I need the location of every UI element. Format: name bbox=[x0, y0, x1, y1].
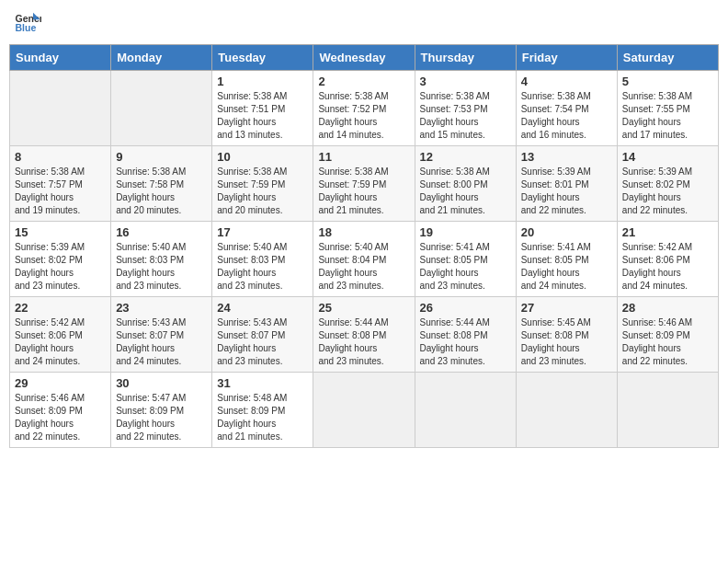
calendar-week-row: 8 Sunrise: 5:38 AMSunset: 7:57 PMDayligh… bbox=[10, 146, 719, 222]
day-number: 8 bbox=[15, 150, 106, 164]
weekday-header-wednesday: Wednesday bbox=[313, 45, 415, 71]
day-number: 1 bbox=[217, 75, 308, 88]
day-info: Sunrise: 5:42 AMSunset: 8:06 PMDaylight … bbox=[622, 241, 713, 293]
calendar-cell: 16 Sunrise: 5:40 AMSunset: 8:03 PMDaylig… bbox=[111, 222, 212, 297]
day-info: Sunrise: 5:46 AMSunset: 8:09 PMDaylight … bbox=[622, 316, 713, 368]
day-number: 22 bbox=[15, 301, 106, 315]
day-number: 9 bbox=[116, 150, 207, 164]
day-number: 11 bbox=[318, 150, 409, 164]
day-number: 25 bbox=[318, 301, 409, 315]
day-number: 3 bbox=[420, 75, 511, 88]
day-info: Sunrise: 5:46 AMSunset: 8:09 PMDaylight … bbox=[15, 392, 106, 443]
day-number: 23 bbox=[116, 301, 207, 315]
day-info: Sunrise: 5:44 AMSunset: 8:08 PMDaylight … bbox=[318, 316, 409, 368]
day-info: Sunrise: 5:38 AMSunset: 7:55 PMDaylight … bbox=[622, 90, 713, 142]
calendar-cell: 9 Sunrise: 5:38 AMSunset: 7:58 PMDayligh… bbox=[111, 146, 212, 222]
calendar-cell: 25 Sunrise: 5:44 AMSunset: 8:08 PMDaylig… bbox=[313, 297, 415, 373]
day-info: Sunrise: 5:40 AMSunset: 8:03 PMDaylight … bbox=[116, 241, 207, 293]
day-number: 17 bbox=[217, 225, 308, 239]
calendar-cell: 2 Sunrise: 5:38 AMSunset: 7:52 PMDayligh… bbox=[313, 71, 415, 146]
day-number: 31 bbox=[217, 376, 308, 390]
calendar-cell bbox=[10, 71, 111, 146]
svg-text:Blue: Blue bbox=[16, 22, 37, 33]
calendar-cell bbox=[111, 71, 212, 146]
calendar-cell bbox=[415, 373, 516, 448]
day-number: 28 bbox=[622, 301, 713, 315]
calendar-table: SundayMondayTuesdayWednesdayThursdayFrid… bbox=[9, 44, 719, 448]
day-info: Sunrise: 5:40 AMSunset: 8:04 PMDaylight … bbox=[318, 241, 409, 293]
weekday-header-saturday: Saturday bbox=[617, 45, 718, 71]
day-number: 12 bbox=[420, 150, 511, 164]
day-info: Sunrise: 5:41 AMSunset: 8:05 PMDaylight … bbox=[521, 241, 612, 293]
day-number: 29 bbox=[15, 376, 106, 390]
day-info: Sunrise: 5:43 AMSunset: 8:07 PMDaylight … bbox=[217, 316, 308, 368]
logo-icon: General Blue bbox=[14, 9, 41, 37]
calendar-cell bbox=[516, 373, 617, 448]
calendar-cell: 19 Sunrise: 5:41 AMSunset: 8:05 PMDaylig… bbox=[415, 222, 516, 297]
day-info: Sunrise: 5:41 AMSunset: 8:05 PMDaylight … bbox=[420, 241, 511, 293]
day-info: Sunrise: 5:38 AMSunset: 7:57 PMDaylight … bbox=[15, 166, 106, 217]
calendar-cell bbox=[617, 373, 718, 448]
weekday-header-sunday: Sunday bbox=[10, 45, 111, 71]
calendar-cell: 10 Sunrise: 5:38 AMSunset: 7:59 PMDaylig… bbox=[212, 146, 313, 222]
calendar-cell: 24 Sunrise: 5:43 AMSunset: 8:07 PMDaylig… bbox=[212, 297, 313, 373]
day-number: 16 bbox=[116, 225, 207, 239]
day-info: Sunrise: 5:40 AMSunset: 8:03 PMDaylight … bbox=[217, 241, 308, 293]
day-number: 5 bbox=[622, 75, 713, 88]
calendar-cell bbox=[313, 373, 415, 448]
day-number: 19 bbox=[420, 225, 511, 239]
calendar-cell: 18 Sunrise: 5:40 AMSunset: 8:04 PMDaylig… bbox=[313, 222, 415, 297]
calendar-cell: 13 Sunrise: 5:39 AMSunset: 8:01 PMDaylig… bbox=[516, 146, 617, 222]
day-info: Sunrise: 5:43 AMSunset: 8:07 PMDaylight … bbox=[116, 316, 207, 368]
day-number: 26 bbox=[420, 301, 511, 315]
weekday-header-row: SundayMondayTuesdayWednesdayThursdayFrid… bbox=[10, 45, 719, 71]
day-info: Sunrise: 5:42 AMSunset: 8:06 PMDaylight … bbox=[15, 316, 106, 368]
weekday-header-tuesday: Tuesday bbox=[212, 45, 313, 71]
calendar-week-row: 1 Sunrise: 5:38 AMSunset: 7:51 PMDayligh… bbox=[10, 71, 719, 146]
day-info: Sunrise: 5:38 AMSunset: 8:00 PMDaylight … bbox=[420, 166, 511, 217]
calendar-week-row: 15 Sunrise: 5:39 AMSunset: 8:02 PMDaylig… bbox=[10, 222, 719, 297]
day-info: Sunrise: 5:45 AMSunset: 8:08 PMDaylight … bbox=[521, 316, 612, 368]
calendar-cell: 26 Sunrise: 5:44 AMSunset: 8:08 PMDaylig… bbox=[415, 297, 516, 373]
calendar-cell: 3 Sunrise: 5:38 AMSunset: 7:53 PMDayligh… bbox=[415, 71, 516, 146]
calendar-cell: 23 Sunrise: 5:43 AMSunset: 8:07 PMDaylig… bbox=[111, 297, 212, 373]
calendar-cell: 29 Sunrise: 5:46 AMSunset: 8:09 PMDaylig… bbox=[10, 373, 111, 448]
calendar-cell: 20 Sunrise: 5:41 AMSunset: 8:05 PMDaylig… bbox=[516, 222, 617, 297]
day-info: Sunrise: 5:38 AMSunset: 7:59 PMDaylight … bbox=[318, 166, 409, 217]
logo: General Blue bbox=[14, 9, 41, 37]
day-info: Sunrise: 5:38 AMSunset: 7:51 PMDaylight … bbox=[217, 90, 308, 142]
day-number: 18 bbox=[318, 225, 409, 239]
day-number: 30 bbox=[116, 376, 207, 390]
calendar-week-row: 29 Sunrise: 5:46 AMSunset: 8:09 PMDaylig… bbox=[10, 373, 719, 448]
day-info: Sunrise: 5:47 AMSunset: 8:09 PMDaylight … bbox=[116, 392, 207, 443]
day-number: 10 bbox=[217, 150, 308, 164]
day-number: 15 bbox=[15, 225, 106, 239]
calendar-cell: 5 Sunrise: 5:38 AMSunset: 7:55 PMDayligh… bbox=[617, 71, 718, 146]
day-number: 2 bbox=[318, 75, 409, 88]
day-info: Sunrise: 5:39 AMSunset: 8:02 PMDaylight … bbox=[15, 241, 106, 293]
day-info: Sunrise: 5:44 AMSunset: 8:08 PMDaylight … bbox=[420, 316, 511, 368]
day-number: 13 bbox=[521, 150, 612, 164]
weekday-header-thursday: Thursday bbox=[415, 45, 516, 71]
page-header: General Blue bbox=[9, 9, 719, 37]
calendar-cell: 21 Sunrise: 5:42 AMSunset: 8:06 PMDaylig… bbox=[617, 222, 718, 297]
calendar-cell: 14 Sunrise: 5:39 AMSunset: 8:02 PMDaylig… bbox=[617, 146, 718, 222]
calendar-cell: 31 Sunrise: 5:48 AMSunset: 8:09 PMDaylig… bbox=[212, 373, 313, 448]
day-info: Sunrise: 5:38 AMSunset: 7:52 PMDaylight … bbox=[318, 90, 409, 142]
day-info: Sunrise: 5:48 AMSunset: 8:09 PMDaylight … bbox=[217, 392, 308, 443]
day-info: Sunrise: 5:38 AMSunset: 7:53 PMDaylight … bbox=[420, 90, 511, 142]
weekday-header-monday: Monday bbox=[111, 45, 212, 71]
day-number: 24 bbox=[217, 301, 308, 315]
calendar-cell: 27 Sunrise: 5:45 AMSunset: 8:08 PMDaylig… bbox=[516, 297, 617, 373]
calendar-cell: 1 Sunrise: 5:38 AMSunset: 7:51 PMDayligh… bbox=[212, 71, 313, 146]
day-number: 20 bbox=[521, 225, 612, 239]
calendar-cell: 15 Sunrise: 5:39 AMSunset: 8:02 PMDaylig… bbox=[10, 222, 111, 297]
day-info: Sunrise: 5:38 AMSunset: 7:59 PMDaylight … bbox=[217, 166, 308, 217]
day-info: Sunrise: 5:39 AMSunset: 8:02 PMDaylight … bbox=[622, 166, 713, 217]
calendar-cell: 11 Sunrise: 5:38 AMSunset: 7:59 PMDaylig… bbox=[313, 146, 415, 222]
calendar-cell: 22 Sunrise: 5:42 AMSunset: 8:06 PMDaylig… bbox=[10, 297, 111, 373]
calendar-cell: 30 Sunrise: 5:47 AMSunset: 8:09 PMDaylig… bbox=[111, 373, 212, 448]
day-info: Sunrise: 5:38 AMSunset: 7:54 PMDaylight … bbox=[521, 90, 612, 142]
calendar-cell: 12 Sunrise: 5:38 AMSunset: 8:00 PMDaylig… bbox=[415, 146, 516, 222]
calendar-cell: 4 Sunrise: 5:38 AMSunset: 7:54 PMDayligh… bbox=[516, 71, 617, 146]
